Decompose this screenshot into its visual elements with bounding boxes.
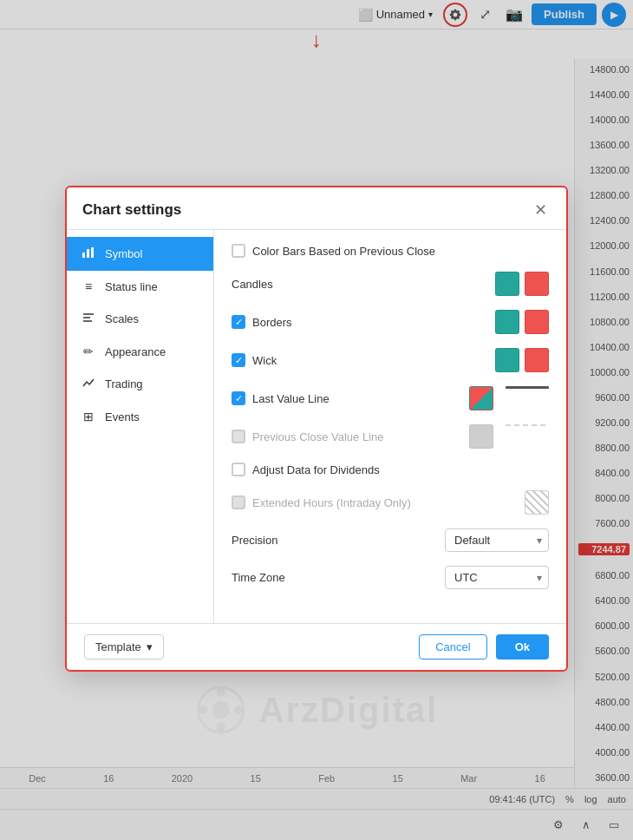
template-button[interactable]: Template ▾: [84, 634, 164, 660]
nav-item-trading[interactable]: Trading: [67, 367, 213, 401]
ok-button[interactable]: Ok: [496, 634, 549, 660]
chart-settings-dialog: Chart settings ✕ Symbol: [65, 186, 568, 672]
color-bars-checkbox[interactable]: [232, 244, 245, 258]
precision-select-wrap: Default 0 1 2 3 4 5 ▾: [445, 528, 549, 552]
dialog-title: Chart settings: [82, 201, 181, 219]
nav-appearance-label: Appearance: [105, 345, 166, 358]
borders-colors: [495, 310, 549, 334]
borders-up-color[interactable]: [495, 310, 519, 334]
prev-close-wrap[interactable]: Previous Close Value Line: [232, 430, 469, 443]
borders-checkbox[interactable]: ✓: [232, 315, 245, 329]
last-value-line-colors: [469, 386, 549, 410]
dialog-content: Color Bars Based on Previous Close Candl…: [214, 230, 566, 623]
wick-checkbox-wrap[interactable]: ✓ Wick: [232, 353, 495, 367]
timezone-row: Time Zone UTC UTC-5 UTC+3 UTC+8 ▾: [232, 566, 549, 589]
footer-actions: Cancel Ok: [419, 634, 549, 660]
dialog-close-button[interactable]: ✕: [530, 200, 551, 220]
wick-colors: [495, 348, 549, 372]
adjust-dividends-row: Adjust Data for Dividends: [232, 463, 549, 476]
color-bars-checkbox-wrap[interactable]: Color Bars Based on Previous Close: [232, 244, 549, 258]
pencil-icon: ✏: [81, 345, 96, 358]
extended-hours-checkbox[interactable]: [232, 495, 245, 509]
nav-item-appearance[interactable]: ✏ Appearance: [67, 336, 213, 367]
timezone-select[interactable]: UTC UTC-5 UTC+3 UTC+8: [445, 566, 549, 589]
nav-symbol-label: Symbol: [105, 247, 142, 260]
extended-hours-label: Extended Hours (Intraday Only): [252, 496, 411, 509]
prev-close-label: Previous Close Value Line: [252, 430, 384, 443]
wick-down-color[interactable]: [525, 348, 549, 372]
dialog-footer: Template ▾ Cancel Ok: [67, 623, 566, 670]
candles-colors: [495, 272, 549, 296]
borders-checkbox-wrap[interactable]: ✓ Borders: [232, 315, 495, 329]
wick-checkbox[interactable]: ✓: [232, 353, 245, 367]
adjust-dividends-wrap[interactable]: Adjust Data for Dividends: [232, 463, 549, 476]
candles-label-wrap: Candles: [232, 278, 495, 291]
borders-row: ✓ Borders: [232, 310, 549, 334]
nav-status-label: Status line: [105, 280, 158, 293]
nav-item-symbol[interactable]: Symbol: [67, 237, 213, 271]
svg-rect-7: [87, 249, 89, 258]
extended-hours-row: Extended Hours (Intraday Only): [232, 490, 549, 515]
last-value-line-label: Last Value Line: [252, 392, 330, 405]
scales-icon: [81, 311, 96, 327]
template-label: Template: [95, 640, 141, 653]
cancel-button[interactable]: Cancel: [419, 634, 486, 660]
last-value-line-checkbox[interactable]: ✓: [232, 391, 245, 405]
last-value-line-wrap[interactable]: ✓ Last Value Line: [232, 391, 469, 405]
nav-item-scales[interactable]: Scales: [67, 302, 213, 336]
prev-close-colors: [469, 424, 549, 449]
list-icon: ≡: [81, 279, 96, 293]
svg-rect-6: [82, 253, 85, 258]
adjust-dividends-label: Adjust Data for Dividends: [252, 463, 380, 476]
candles-up-color[interactable]: [495, 272, 519, 296]
prev-close-line-style[interactable]: [506, 424, 549, 426]
dialog-header: Chart settings ✕: [67, 187, 566, 230]
color-bars-row: Color Bars Based on Previous Close: [232, 244, 549, 258]
candles-row: Candles: [232, 272, 549, 296]
extended-hours-pattern: [525, 490, 549, 515]
dialog-body: Symbol ≡ Status line Scales: [67, 230, 566, 623]
last-value-line-row: ✓ Last Value Line: [232, 386, 549, 410]
nav-events-label: Events: [105, 410, 140, 423]
candles-label: Candles: [232, 278, 273, 291]
events-icon: ⊞: [81, 410, 96, 423]
borders-down-color[interactable]: [525, 310, 549, 334]
wick-row: ✓ Wick: [232, 348, 549, 372]
last-value-line-style[interactable]: [506, 386, 549, 389]
precision-label: Precision: [232, 534, 277, 547]
wick-label: Wick: [252, 354, 277, 367]
nav-scales-label: Scales: [105, 312, 139, 325]
precision-row: Precision Default 0 1 2 3 4 5 ▾: [232, 528, 549, 552]
color-bars-label: Color Bars Based on Previous Close: [252, 245, 435, 258]
nav-item-status-line[interactable]: ≡ Status line: [67, 271, 213, 302]
prev-close-color[interactable]: [469, 424, 493, 449]
timezone-select-wrap: UTC UTC-5 UTC+3 UTC+8 ▾: [445, 566, 549, 589]
modal-overlay: Chart settings ✕ Symbol: [0, 0, 633, 840]
candles-down-color[interactable]: [525, 272, 549, 296]
adjust-dividends-checkbox[interactable]: [232, 463, 245, 476]
trading-icon: [81, 376, 96, 392]
borders-label: Borders: [252, 316, 292, 329]
chart-icon: [81, 246, 96, 262]
extended-hours-wrap[interactable]: Extended Hours (Intraday Only): [232, 495, 525, 509]
wick-up-color[interactable]: [495, 348, 519, 372]
nav-item-events[interactable]: ⊞ Events: [67, 401, 213, 432]
prev-close-checkbox[interactable]: [232, 430, 245, 443]
dialog-nav: Symbol ≡ Status line Scales: [67, 230, 214, 623]
svg-rect-8: [91, 247, 94, 258]
last-value-line-color[interactable]: [469, 386, 493, 410]
precision-select[interactable]: Default 0 1 2 3 4 5: [445, 528, 549, 552]
nav-trading-label: Trading: [105, 377, 143, 390]
chevron-down-icon: ▾: [147, 640, 153, 653]
timezone-label: Time Zone: [232, 571, 285, 584]
prev-close-row: Previous Close Value Line: [232, 424, 549, 449]
